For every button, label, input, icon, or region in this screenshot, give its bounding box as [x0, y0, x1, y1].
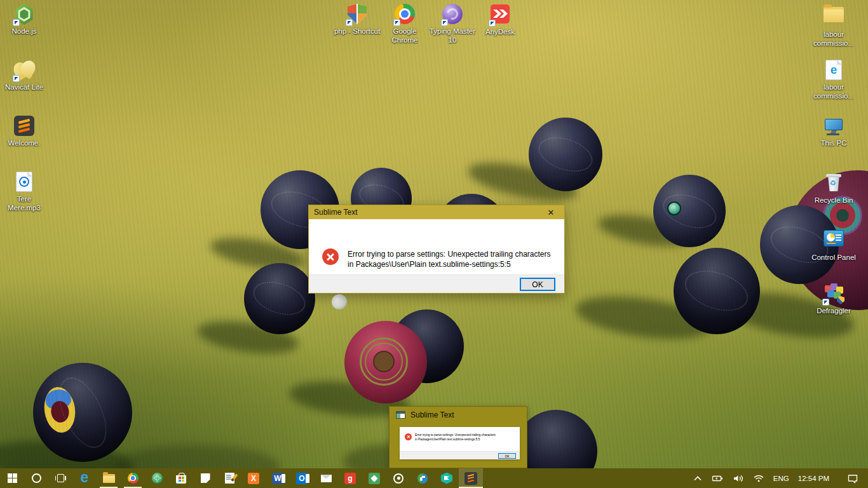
shortcut-arrow-icon [13, 75, 20, 82]
g-app-icon: g [344, 473, 356, 484]
bowls-ball-emblem [33, 363, 132, 462]
chrome-icon [128, 473, 139, 484]
error-icon-small [405, 433, 412, 440]
desktop-icon-label: labour commissio... [810, 30, 858, 48]
desktop-icon-tere-mere-mp3[interactable]: Tere Mere.mp3 [0, 172, 48, 212]
preview-title: Sublime Text [410, 410, 454, 419]
clock[interactable]: 12:54 PM [795, 468, 832, 488]
taskbar-file-explorer[interactable] [97, 468, 121, 488]
wifi-icon[interactable] [750, 468, 768, 488]
system-tray: ENG 12:54 PM [690, 468, 868, 488]
control-panel-icon [823, 230, 844, 252]
bowls-ball [244, 263, 315, 334]
desktop-icon-label: Typing Master 10 [428, 27, 477, 44]
dialog-message: Error trying to parse settings: Unexpect… [348, 249, 557, 269]
task-view-icon [55, 474, 66, 482]
desktop-icon-this-pc[interactable]: This PC [810, 116, 858, 148]
desktop: Node.js Navicat Lite Welcome. Tere Mere.… [0, 0, 868, 488]
desktop-icon-nodejs[interactable]: Node.js [0, 4, 48, 36]
outlook-icon: O [296, 473, 308, 484]
groove-music-icon [393, 473, 403, 484]
desktop-icon-labour-folder[interactable]: labour commissio... [810, 4, 858, 48]
desktop-icon-label: Welcome. [0, 139, 48, 148]
file-explorer-icon [103, 474, 115, 483]
desktop-icon-php-shortcut[interactable]: php - Shortcut [333, 4, 381, 36]
nodejs-icon [13, 4, 35, 25]
taskbar-groove-music[interactable] [386, 468, 410, 488]
action-center-icon[interactable] [844, 468, 862, 488]
volume-icon[interactable] [729, 468, 747, 488]
teal-hexagon-app-icon [441, 473, 452, 484]
error-icon [322, 248, 339, 265]
taskbar-preview-popup[interactable]: Sublime Text Error trying to parse setti… [389, 406, 527, 468]
green-globe-app-icon [152, 473, 163, 484]
taskbar-word[interactable]: W [266, 468, 290, 488]
taskbar-sublime-text-active[interactable] [459, 468, 483, 488]
preview-footer: OK [400, 451, 520, 459]
desktop-icon-typing-master[interactable]: Typing Master 10 [428, 4, 477, 44]
taskbar-xampp[interactable]: X [241, 468, 266, 488]
taskbar-wordpad[interactable] [217, 468, 241, 488]
desktop-icon-defraggler[interactable]: Defraggler [810, 283, 858, 316]
desktop-icon-anydesk[interactable]: AnyDesk [476, 4, 524, 37]
start-button[interactable] [0, 468, 24, 488]
dialog-content: Error trying to parse settings: Unexpect… [309, 219, 564, 276]
chrome-icon [394, 4, 416, 25]
close-icon[interactable]: ✕ [538, 205, 564, 219]
anydesk-icon [489, 4, 511, 26]
taskbar-outlook[interactable]: O [290, 468, 314, 488]
desktop-icon-welcome-sublime[interactable]: Welcome. [0, 116, 48, 148]
word-icon: W [272, 473, 283, 484]
desktop-icon-control-panel[interactable]: Control Panel [810, 227, 858, 262]
preview-ok-button: OK [498, 453, 516, 459]
bowls-ball-green-dot [653, 175, 726, 247]
sticky-note-icon [201, 473, 210, 483]
mail-icon [321, 475, 332, 482]
ball-shadow [196, 316, 301, 359]
taskbar-notes-app[interactable] [193, 468, 217, 488]
ball-shadow [465, 155, 580, 208]
preview-message-line-2: in Packages\User\Plain text.sublime-sett… [415, 437, 480, 441]
defraggler-icon [823, 283, 844, 305]
shortcut-arrow-icon [822, 299, 829, 306]
folder-icon [823, 7, 844, 29]
language-indicator[interactable]: ENG [770, 468, 792, 488]
desktop-icon-label: php - Shortcut [333, 27, 381, 36]
battery-icon[interactable] [708, 468, 727, 488]
taskbar-mail[interactable] [314, 468, 338, 488]
taskbar-g-app[interactable]: g [338, 468, 362, 488]
bowls-ball [674, 248, 760, 334]
desktop-icon-label: AnyDesk [476, 28, 524, 37]
cortana-button[interactable] [24, 468, 48, 488]
taskbar-green-globe-app[interactable] [145, 468, 169, 488]
taskbar-chrome[interactable] [121, 468, 145, 488]
sublime-text-icon [465, 472, 477, 485]
bowls-ball [529, 118, 602, 191]
desktop-icon-google-chrome[interactable]: Google Chrome [381, 4, 429, 44]
ball-shadow [595, 209, 694, 252]
taskbar-idm[interactable] [410, 468, 435, 488]
desktop-icon-label: Google Chrome [381, 27, 429, 44]
dialog-titlebar[interactable]: Sublime Text ✕ [309, 205, 564, 219]
taskbar-green-square-app[interactable] [362, 468, 386, 488]
ok-button[interactable]: OK [520, 278, 555, 291]
sublime-text-icon [13, 116, 35, 137]
cortana-icon [32, 473, 41, 483]
desktop-icon-recycle-bin[interactable]: ♻ Recycle Bin [810, 172, 858, 205]
desktop-icon-label: Control Panel [810, 254, 858, 262]
dialog-footer: OK [309, 274, 564, 293]
preview-thumbnail[interactable]: Error trying to parse settings: Unexpect… [400, 427, 520, 459]
taskbar-teal-hexagon-app[interactable] [435, 468, 459, 488]
shortcut-arrow-icon [393, 19, 400, 26]
ball-center-disc [373, 351, 395, 372]
windows-logo-icon [8, 473, 17, 483]
taskbar: e X W O g [0, 468, 868, 488]
recycle-bin-icon: ♻ [823, 173, 844, 194]
taskbar-store[interactable] [169, 468, 193, 488]
task-view-button[interactable] [48, 468, 72, 488]
desktop-icon-labour-html[interactable]: e labour commissio... [810, 60, 858, 100]
ball-emblem-blue-yellow [41, 385, 78, 435]
taskbar-edge[interactable]: e [72, 468, 97, 488]
tray-chevron-up-icon[interactable] [690, 468, 705, 488]
desktop-icon-navicat-lite[interactable]: Navicat Lite [0, 60, 48, 92]
